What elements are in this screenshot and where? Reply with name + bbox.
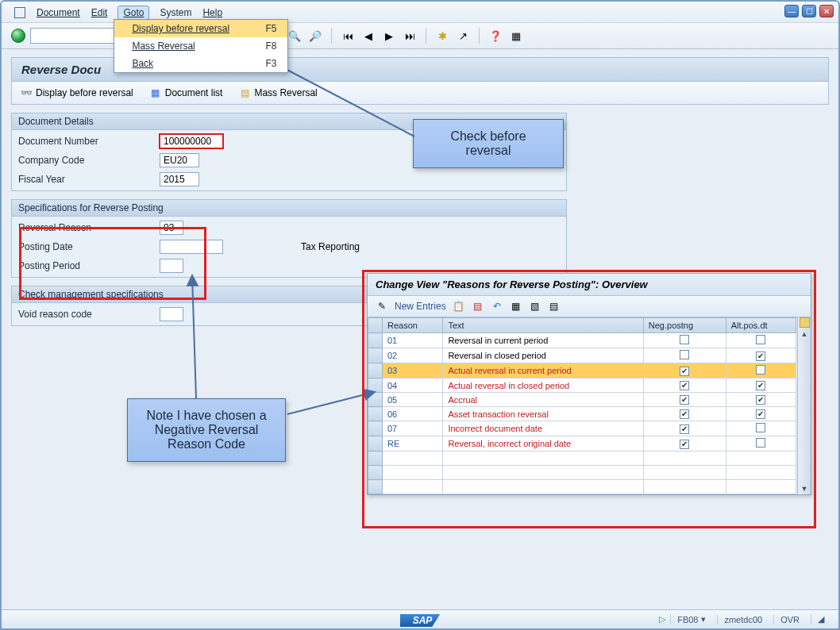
fiscal-year-label: Fiscal Year bbox=[18, 174, 153, 185]
table-row[interactable]: 06Asset transaction reversal✔✔ bbox=[368, 407, 796, 421]
company-code-input[interactable] bbox=[160, 153, 199, 167]
posting-date-label: Posting Date bbox=[18, 241, 153, 252]
overview-title: Change View "Reasons for Reverse Posting… bbox=[368, 274, 811, 296]
reverse-spec-title: Specifications for Reverse Posting bbox=[12, 200, 566, 217]
table-row[interactable]: REReversal, incorrect original date✔ bbox=[368, 436, 796, 451]
first-page-icon[interactable]: ⏮ bbox=[340, 28, 356, 44]
menu-system[interactable]: System bbox=[160, 7, 191, 18]
table-row-empty bbox=[368, 466, 796, 480]
last-page-icon[interactable]: ⏭ bbox=[402, 28, 418, 44]
sub-toolbar: 👓 Display before reversal ▦ Document lis… bbox=[11, 82, 829, 105]
mass-reversal-label: Mass Reversal bbox=[254, 87, 317, 98]
menu-goto[interactable]: Goto Display before reversal F5 Mass Rev… bbox=[118, 6, 148, 19]
command-field[interactable] bbox=[30, 28, 125, 44]
change-icon[interactable]: ✎ bbox=[376, 300, 388, 313]
close-button[interactable]: ✕ bbox=[819, 5, 834, 17]
mass-reversal-button[interactable]: ▤ Mass Reversal bbox=[238, 86, 317, 99]
mass-icon: ▤ bbox=[238, 86, 251, 99]
status-tcode: FB08 ▾ bbox=[670, 614, 712, 624]
callout-negative-reason: Note I have chosen a Negative Reversal R… bbox=[127, 398, 286, 462]
reasons-table: Reason Text Neg.postng Alt.pos.dt 01Reve… bbox=[368, 317, 796, 494]
table-settings-icon[interactable]: ▤ bbox=[548, 300, 561, 313]
table-row[interactable]: 01Reversal in current period bbox=[368, 333, 796, 348]
void-reason-label: Void reason code bbox=[18, 309, 153, 320]
posting-date-input[interactable] bbox=[160, 240, 223, 254]
col-text[interactable]: Text bbox=[443, 318, 643, 333]
status-mode: OVR bbox=[773, 615, 806, 624]
help-icon[interactable]: ❓ bbox=[487, 28, 503, 44]
company-code-label: Company Code bbox=[18, 155, 153, 166]
status-system: zmetdc00 bbox=[717, 615, 769, 624]
display-before-reversal-button[interactable]: 👓 Display before reversal bbox=[20, 86, 133, 99]
table-row[interactable]: 05Accrual✔✔ bbox=[368, 393, 796, 407]
minimize-button[interactable]: — bbox=[784, 5, 799, 17]
deselect-all-icon[interactable]: ▧ bbox=[529, 300, 541, 313]
tax-reporting-label: Tax Reporting bbox=[301, 241, 360, 252]
posting-period-label: Posting Period bbox=[18, 260, 153, 271]
menu-goto-back[interactable]: Back F3 bbox=[114, 55, 287, 72]
menu-goto-dropdown: Display before reversal F5 Mass Reversal… bbox=[114, 19, 288, 73]
table-row-empty bbox=[368, 480, 796, 494]
sap-logo: SAP bbox=[400, 614, 441, 627]
glasses-icon: 👓 bbox=[20, 86, 33, 99]
status-resize-icon: ◢ bbox=[811, 614, 830, 624]
next-page-icon[interactable]: ▶ bbox=[381, 28, 397, 44]
menu-document[interactable]: Document bbox=[37, 7, 80, 18]
posting-period-input[interactable] bbox=[160, 259, 183, 273]
col-reason[interactable]: Reason bbox=[383, 318, 443, 333]
svg-line-2 bbox=[287, 392, 375, 414]
copy-icon[interactable]: 📋 bbox=[453, 300, 465, 313]
layout-icon[interactable]: ▦ bbox=[508, 28, 524, 44]
reversal-reason-input[interactable] bbox=[160, 221, 183, 235]
overview-panel: Change View "Reasons for Reverse Posting… bbox=[367, 273, 811, 495]
find-icon[interactable]: 🔍 bbox=[287, 28, 302, 44]
table-row[interactable]: 07Incorrect document date✔ bbox=[368, 421, 796, 436]
status-nav-icon[interactable]: ▷ bbox=[659, 614, 665, 624]
new-session-icon[interactable]: ✱ bbox=[434, 28, 450, 44]
document-list-label: Document list bbox=[165, 87, 223, 98]
menubar: Document Edit Goto Display before revers… bbox=[2, 2, 838, 23]
reverse-spec-group: Specifications for Reverse Posting Rever… bbox=[11, 199, 567, 278]
find-next-icon[interactable]: 🔎 bbox=[307, 28, 323, 44]
doc-number-input[interactable] bbox=[160, 134, 223, 148]
maximize-button[interactable]: ☐ bbox=[802, 5, 816, 17]
table-row-empty bbox=[368, 451, 796, 466]
statusbar: SAP ▷ FB08 ▾ zmetdc00 OVR ◢ bbox=[2, 609, 838, 628]
overview-scrollbar[interactable]: ▲ ▼ bbox=[797, 317, 811, 494]
table-row[interactable]: 04Actual reversal in closed period✔✔ bbox=[368, 378, 796, 393]
undo-icon[interactable]: ↶ bbox=[491, 300, 503, 313]
delete-icon[interactable]: ▤ bbox=[472, 300, 484, 313]
select-all-icon[interactable]: ▦ bbox=[510, 300, 522, 313]
fiscal-year-input[interactable] bbox=[160, 172, 199, 186]
col-neg[interactable]: Neg.postng bbox=[643, 318, 726, 333]
shortcut-icon[interactable]: ↗ bbox=[455, 28, 471, 44]
table-row[interactable]: 02Reversal in closed period✔ bbox=[368, 348, 796, 363]
doc-number-label: Document Number bbox=[18, 136, 153, 147]
menu-goto-mass-reversal[interactable]: Mass Reversal F8 bbox=[114, 37, 287, 55]
menu-indicator-icon bbox=[14, 7, 25, 18]
list-icon: ▦ bbox=[149, 86, 162, 99]
display-before-label: Display before reversal bbox=[36, 87, 133, 98]
overview-toolbar: ✎ New Entries 📋 ▤ ↶ ▦ ▧ ▤ bbox=[368, 296, 811, 317]
col-alt[interactable]: Alt.pos.dt bbox=[726, 318, 796, 333]
table-row[interactable]: 03Actual reversal in current period✔ bbox=[368, 363, 796, 378]
new-entries-button[interactable]: New Entries bbox=[395, 301, 446, 312]
document-list-button[interactable]: ▦ Document list bbox=[149, 86, 223, 99]
table-config-icon[interactable] bbox=[800, 317, 810, 328]
menu-help[interactable]: Help bbox=[202, 7, 222, 18]
prev-page-icon[interactable]: ◀ bbox=[360, 28, 376, 44]
callout-check-before: Check before reversal bbox=[413, 119, 564, 168]
enter-icon[interactable] bbox=[11, 29, 25, 43]
void-reason-input[interactable] bbox=[160, 307, 183, 321]
menu-goto-display-before[interactable]: Display before reversal F5 bbox=[114, 20, 287, 37]
reversal-reason-label: Reversal Reason bbox=[18, 222, 153, 233]
menu-edit[interactable]: Edit bbox=[91, 7, 108, 18]
